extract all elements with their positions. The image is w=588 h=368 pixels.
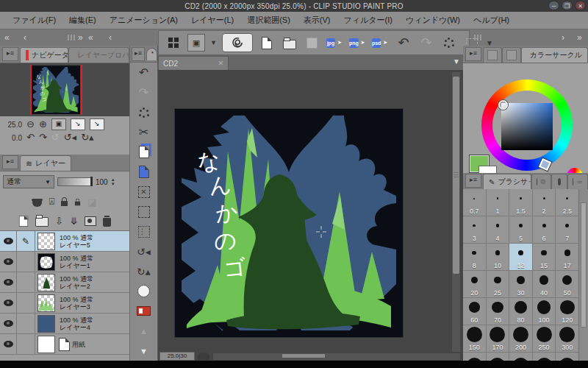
undo-icon[interactable]: ↶: [130, 63, 157, 82]
zoom-out-icon[interactable]: ⊖: [26, 118, 35, 130]
brush-size-6[interactable]: 6: [533, 216, 556, 244]
tab-color-history[interactable]: [502, 47, 521, 63]
brush-size-100[interactable]: 100: [533, 298, 556, 325]
layer-thumbnail[interactable]: [37, 274, 55, 291]
menu-item-5[interactable]: 表示(V): [297, 12, 337, 29]
tab-sub-tool-detail[interactable]: ≔: [567, 174, 588, 189]
cut-icon[interactable]: ✂: [130, 122, 157, 142]
export-png-icon[interactable]: png➤: [349, 34, 367, 52]
dock-collapse-icon[interactable]: «: [88, 31, 93, 44]
export-jpg-icon[interactable]: jpg➤: [326, 34, 344, 52]
layer-thumbnail[interactable]: [37, 336, 55, 353]
horizontal-scrollbar[interactable]: [212, 353, 461, 361]
panel-menu-icon[interactable]: ▸≡: [132, 47, 145, 61]
menu-item-4[interactable]: 選択範囲(S): [240, 12, 297, 29]
magnifier-icon[interactable]: [198, 353, 209, 360]
brush-size-0.7[interactable]: 0.7: [463, 189, 487, 216]
save-icon[interactable]: [304, 34, 321, 52]
opacity-slider[interactable]: [57, 177, 93, 186]
brush-size-80[interactable]: 80: [509, 298, 533, 325]
panel-menu-icon[interactable]: ▸≡: [465, 174, 481, 188]
reset-rotate-icon[interactable]: ↺: [51, 132, 60, 144]
collapse-up-icon[interactable]: ▲: [130, 321, 157, 341]
rotate-right-icon[interactable]: ↷: [39, 132, 47, 144]
tab-layer-property[interactable]: レイヤープロパティ: [68, 47, 129, 63]
canvas-viewport[interactable]: [158, 70, 451, 353]
layer-thumbnail[interactable]: [37, 253, 55, 271]
brush-size-15[interactable]: 15: [533, 244, 556, 271]
dock-collapse-icon[interactable]: «: [4, 31, 10, 44]
navigator-preview[interactable]: [0, 63, 129, 116]
dropdown-icon[interactable]: ▼: [210, 39, 217, 46]
maximize-button[interactable]: ❐: [562, 1, 573, 10]
brush-size-hidden[interactable]: [463, 353, 487, 361]
blend-mode-select[interactable]: 通常 ▼: [3, 175, 54, 188]
dock-expand-icon[interactable]: »: [78, 31, 83, 44]
rotate-left-icon[interactable]: ↺◂: [130, 241, 157, 261]
opacity-stepper[interactable]: ▲▼: [111, 177, 115, 186]
brush-size-170[interactable]: 170: [487, 325, 510, 353]
tab-layer[interactable]: ≋ レイヤー: [20, 155, 71, 171]
layer-row-レイヤー5[interactable]: ✎100 % 通常レイヤー5: [0, 231, 129, 252]
redo-icon[interactable]: ↷: [130, 82, 157, 102]
brush-size-50[interactable]: 50: [556, 271, 579, 298]
brush-size-hidden[interactable]: [509, 353, 533, 361]
zoom-in-icon[interactable]: ⊕: [39, 118, 47, 130]
export-psd-icon[interactable]: psd➤: [372, 34, 390, 52]
panel-menu-icon[interactable]: ▸≡: [465, 47, 481, 61]
layer-visibility-eye-icon[interactable]: [0, 293, 17, 313]
menu-item-7[interactable]: ウィンドウ(W): [399, 12, 467, 29]
brush-size-300[interactable]: 300: [556, 325, 579, 353]
brush-size-150[interactable]: 150: [463, 325, 487, 353]
brush-size-hidden[interactable]: [556, 353, 579, 361]
layer-visibility-eye-icon[interactable]: [0, 334, 17, 354]
transfer-down-icon[interactable]: ⇩: [55, 216, 63, 227]
brush-size-7[interactable]: 7: [556, 216, 579, 244]
brush-size-250[interactable]: 250: [533, 325, 556, 353]
quick-access-tab-icon[interactable]: ◔: [146, 48, 157, 60]
free-transform-icon[interactable]: [130, 202, 157, 222]
panel-menu-icon[interactable]: ▸≡: [2, 47, 18, 61]
brush-size-70[interactable]: 70: [487, 298, 510, 325]
scale-rotate-icon[interactable]: ✕: [130, 182, 157, 202]
brush-size-20[interactable]: 20: [463, 271, 487, 298]
menu-item-0[interactable]: ファイル(F): [6, 12, 62, 29]
brush-size-hidden[interactable]: [487, 353, 510, 361]
menu-item-6[interactable]: フィルター(I): [337, 12, 399, 29]
rotate-reset-icon[interactable]: ↻▴: [130, 261, 157, 281]
vertical-scrollbar[interactable]: [451, 71, 461, 353]
new-file-icon[interactable]: [258, 34, 276, 52]
rotate-left-icon[interactable]: ↶: [26, 132, 35, 144]
paste-icon[interactable]: [130, 162, 157, 182]
mesh-transform-icon[interactable]: ⋮⋮: [130, 222, 157, 241]
tab-color-set[interactable]: [483, 47, 502, 63]
brush-size-hidden[interactable]: [533, 353, 556, 361]
delete-dots-icon[interactable]: [130, 102, 157, 122]
brush-size-17[interactable]: 17: [556, 244, 579, 271]
menu-item-1[interactable]: 編集(E): [62, 12, 103, 29]
close-tab-icon[interactable]: ✕: [218, 60, 223, 67]
dock-grip[interactable]: [68, 35, 75, 40]
layer-mask-icon[interactable]: [85, 216, 96, 226]
open-file-icon[interactable]: [281, 34, 298, 52]
brush-size-8[interactable]: 8: [463, 244, 487, 271]
enable-mask-icon[interactable]: ◪: [87, 197, 96, 208]
menu-item-8[interactable]: ヘルプ(H): [467, 12, 516, 29]
brush-size-10[interactable]: 10: [487, 244, 510, 271]
reference-layer-icon[interactable]: ⍓: [49, 196, 54, 208]
delete-layer-icon[interactable]: [103, 218, 111, 227]
layer-thumbnail[interactable]: [37, 294, 55, 312]
lock-layer-icon[interactable]: [61, 201, 68, 206]
tab-navigator[interactable]: ナビゲーター: [20, 47, 68, 63]
expand-down-icon[interactable]: ▼: [130, 341, 157, 361]
object-tool-icon[interactable]: ▣: [187, 34, 205, 52]
new-folder-icon[interactable]: [35, 217, 49, 227]
dock-arrow-icon[interactable]: ‹: [109, 31, 112, 44]
panel-menu-icon[interactable]: ▸≡: [2, 155, 18, 169]
flip-horizontal-icon[interactable]: ↘: [71, 118, 85, 130]
redo-icon[interactable]: ↷: [417, 34, 435, 52]
document-canvas[interactable]: [175, 109, 403, 337]
layer-row-用紙[interactable]: 用紙: [0, 334, 129, 355]
brush-size-2[interactable]: 2: [533, 189, 556, 216]
brush-size-30[interactable]: 30: [509, 271, 533, 298]
